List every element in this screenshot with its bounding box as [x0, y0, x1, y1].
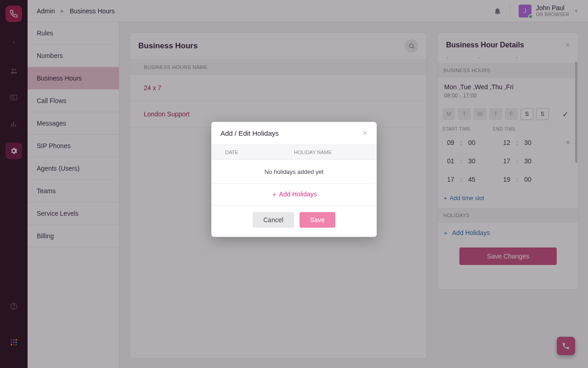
add-holidays-text: Add Holidays [279, 190, 317, 198]
col-date: DATE [225, 150, 294, 155]
modal-title: Add / Edit Holidays [220, 129, 279, 137]
modal-overlay[interactable]: Add / Edit Holidays × DATE HOLIDAY NAME … [0, 0, 588, 368]
modal-close-icon[interactable]: × [362, 128, 368, 138]
holidays-modal: Add / Edit Holidays × DATE HOLIDAY NAME … [211, 122, 377, 237]
empty-state: No holidays added yet [211, 160, 377, 184]
cancel-button[interactable]: Cancel [253, 212, 294, 228]
add-holidays-action[interactable]: ＋ Add Holidays [211, 184, 377, 206]
col-holiday-name: HOLIDAY NAME [294, 150, 332, 155]
save-button[interactable]: Save [300, 212, 335, 228]
